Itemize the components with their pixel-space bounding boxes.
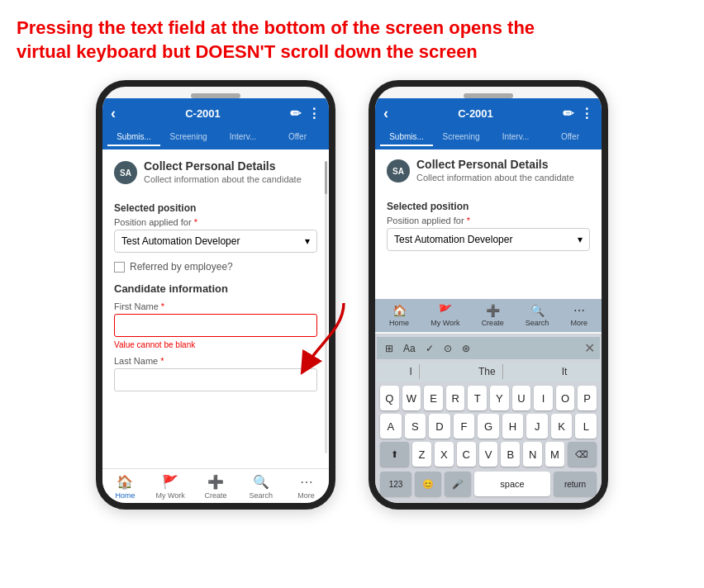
phone2-app-title: C-2001 <box>393 107 558 120</box>
kb-key-f[interactable]: F <box>454 414 475 439</box>
kb-key-mic[interactable]: 🎤 <box>445 472 471 496</box>
kb-key-backspace[interactable]: ⌫ <box>568 442 597 467</box>
phone2-kb-special-row: ⊞ Aa ✓ ⊙ ⊛ ✕ <box>377 337 600 359</box>
phone1-nav-more[interactable]: ⋯ More <box>283 474 329 500</box>
phone2-kb-close-icon[interactable]: ✕ <box>584 340 595 356</box>
phone2-kb-search[interactable]: 🔍 Search <box>526 304 549 327</box>
phone1-referred-checkbox[interactable] <box>114 262 125 273</box>
phone1-section-header-text: Collect Personal Details Collect informa… <box>144 159 317 194</box>
kb-key-v[interactable]: V <box>479 442 498 467</box>
phone1-nav-home[interactable]: 🏠 Home <box>102 474 148 500</box>
phone2-tab-submis[interactable]: Submis... <box>380 129 433 146</box>
phone1-nav-create[interactable]: ➕ Create <box>193 474 239 500</box>
kb-key-t[interactable]: T <box>468 386 487 410</box>
kb-key-u[interactable]: U <box>512 386 531 410</box>
kb-key-y[interactable]: Y <box>490 386 509 410</box>
phone1-nav-search[interactable]: 🔍 Search <box>238 474 283 500</box>
kb-key-space[interactable]: space <box>474 472 550 496</box>
phone2-kb-home[interactable]: 🏠 Home <box>389 304 409 327</box>
phone1-scroll-thumb <box>325 161 327 194</box>
phone2-app-icons: ✏ ⋮ <box>563 106 593 121</box>
phone2-section-header-text: Collect Personal Details Collect informa… <box>416 158 590 192</box>
phone1-content: SA Collect Personal Details Collect info… <box>102 149 329 468</box>
phone1-tab-offer[interactable]: Offer <box>271 129 324 146</box>
phone1-tab-interv[interactable]: Interv... <box>216 129 269 146</box>
kb-key-j[interactable]: J <box>526 414 548 439</box>
phone1-firstname-label: First Name * <box>114 301 317 311</box>
kb-key-a[interactable]: A <box>380 414 402 439</box>
phone2-kb-bottom-row: 123 😊 🎤 space return <box>377 472 600 500</box>
phone2-suggestion-3[interactable]: It <box>555 364 574 379</box>
phone1-lastname-label: Last Name * <box>114 356 317 366</box>
kb-key-emoji[interactable]: 😊 <box>415 472 441 496</box>
phone1-wrapper: ‹ C-2001 ✏ ⋮ Submis... Screening Interv.… <box>96 80 335 510</box>
phone1-nav-search-label: Search <box>250 491 274 500</box>
phone2-section-title: Collect Personal Details <box>416 158 590 171</box>
phone2-suggestion-2[interactable]: The <box>472 364 503 379</box>
kb-key-c[interactable]: C <box>457 442 476 467</box>
phone2-back-button[interactable]: ‹ <box>383 105 388 122</box>
kb-key-m[interactable]: M <box>545 442 564 467</box>
phone1-tab-screening[interactable]: Screening <box>162 129 215 146</box>
phone1-position-field-label: Position applied for * <box>114 217 317 227</box>
phone2-kb-grid-icon[interactable]: ⊞ <box>382 341 397 356</box>
phone1-nav-mywork[interactable]: 🚩 My Work <box>148 474 193 500</box>
phone2-kb-cam-icon[interactable]: ⊙ <box>440 341 455 356</box>
kb-key-shift[interactable]: ⬆ <box>380 442 409 467</box>
phone1-edit-icon[interactable]: ✏ <box>290 106 301 121</box>
phone2-tab-strip: Submis... Screening Interv... Offer <box>375 129 602 149</box>
phone2-kb-home-label: Home <box>389 319 409 327</box>
phone2-kb-more[interactable]: ⋯ More <box>570 304 587 327</box>
phone1-referred-label: Referred by employee? <box>130 261 233 273</box>
phone1-position-select[interactable]: Test Automation Developer ▾ <box>114 230 317 253</box>
kb-key-z[interactable]: Z <box>412 442 431 467</box>
phone1-more-icon[interactable]: ⋮ <box>307 106 321 121</box>
phone1-lastname-input[interactable] <box>114 368 317 391</box>
phone1-nav-create-label: Create <box>204 491 226 500</box>
phone1-firstname-input[interactable] <box>114 314 317 337</box>
kb-key-return[interactable]: return <box>554 472 597 496</box>
phone1-selected-position-section: Selected position Position applied for *… <box>114 202 317 253</box>
phone2-section-header: SA Collect Personal Details Collect info… <box>387 158 590 192</box>
kb-key-o[interactable]: O <box>556 386 575 410</box>
kb-key-l[interactable]: L <box>575 414 597 439</box>
kb-key-q[interactable]: Q <box>380 386 399 410</box>
phone1: ‹ C-2001 ✏ ⋮ Submis... Screening Interv.… <box>96 80 335 510</box>
kb-key-p[interactable]: P <box>578 386 597 410</box>
phone2-position-select[interactable]: Test Automation Developer ▾ <box>387 228 590 251</box>
phone1-tab-submis[interactable]: Submis... <box>107 129 160 146</box>
phone2-kb-create-icon: ➕ <box>486 304 500 317</box>
kb-key-r[interactable]: R <box>446 386 465 410</box>
kb-key-i[interactable]: I <box>534 386 553 410</box>
phone2-kb-circle-icon[interactable]: ⊛ <box>459 341 473 356</box>
kb-key-g[interactable]: G <box>478 414 499 439</box>
kb-key-x[interactable]: X <box>435 442 454 467</box>
phone1-create-icon: ➕ <box>207 474 224 490</box>
phone2-kb-aa-icon[interactable]: Aa <box>400 341 419 356</box>
kb-key-n[interactable]: N <box>523 442 542 467</box>
phone2-tab-interv[interactable]: Interv... <box>489 129 542 146</box>
kb-key-s[interactable]: S <box>405 414 426 439</box>
phone2-suggestion-1[interactable]: I <box>403 364 420 379</box>
phone2-more-icon[interactable]: ⋮ <box>580 106 593 121</box>
phone1-app-icons: ✏ ⋮ <box>290 106 321 121</box>
kb-key-123[interactable]: 123 <box>380 472 411 496</box>
phone2-tab-offer[interactable]: Offer <box>544 129 597 146</box>
phone1-nav-more-label: More <box>297 491 315 500</box>
phone1-bottom-nav: 🏠 Home 🚩 My Work ➕ Create 🔍 Search ⋯ <box>102 468 329 503</box>
kb-key-b[interactable]: B <box>501 442 520 467</box>
headline: Pressing the text field at the bottom of… <box>17 17 687 64</box>
phone2-tab-screening[interactable]: Screening <box>435 129 488 146</box>
kb-key-d[interactable]: D <box>429 414 450 439</box>
kb-key-e[interactable]: E <box>424 386 443 410</box>
phone2-kb-create[interactable]: ➕ Create <box>482 304 504 327</box>
phone2-edit-icon[interactable]: ✏ <box>563 106 573 121</box>
phone2-kb-mywork[interactable]: 🚩 My Work <box>430 304 459 327</box>
phone1-back-button[interactable]: ‹ <box>111 105 116 122</box>
phone2-kb-check-icon[interactable]: ✓ <box>422 341 437 356</box>
phone1-home-icon: 🏠 <box>117 474 133 490</box>
kb-key-k[interactable]: K <box>551 414 573 439</box>
kb-key-h[interactable]: H <box>502 414 524 439</box>
phone1-selected-position-label: Selected position <box>114 202 317 214</box>
kb-key-w[interactable]: W <box>402 386 421 410</box>
